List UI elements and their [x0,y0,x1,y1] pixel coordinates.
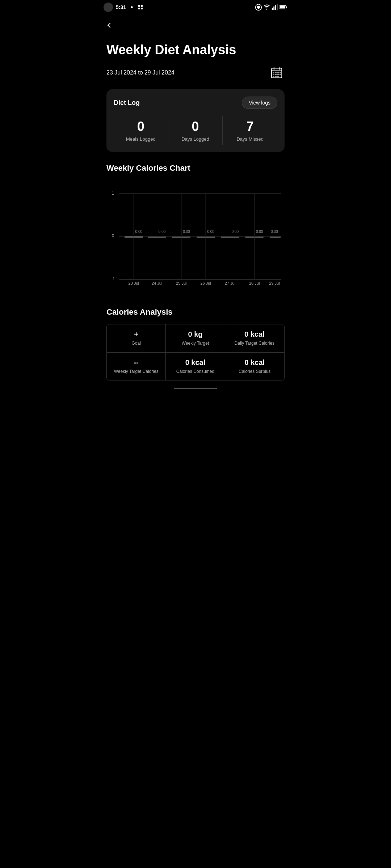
svg-rect-19 [273,72,274,73]
circle-icon [255,4,262,11]
svg-rect-3 [138,8,140,9]
days-logged-stat: 0 Days Logged [168,116,223,145]
svg-text:0.00: 0.00 [159,230,166,234]
svg-rect-14 [280,6,285,8]
calories-surplus-value: 0 kcal [245,358,265,367]
calendar-icon [271,67,282,78]
svg-rect-56 [270,237,281,238]
svg-rect-1 [138,5,140,7]
svg-rect-24 [275,74,277,76]
date-range-row: 23 Jul 2024 to 29 Jul 2024 [106,65,285,81]
goal-item: + Goal [107,324,166,352]
days-missed-stat: 7 Days Missed [223,116,277,145]
days-missed-value: 7 [247,119,254,134]
svg-rect-29 [277,76,279,77]
back-arrow-icon [108,23,113,28]
calories-chart-section: Weekly Calories Chart 1 0 -1 0.00 23 Jul… [106,163,285,296]
goal-value: + [134,330,138,339]
svg-rect-25 [277,74,279,76]
wifi-icon [264,4,270,10]
svg-point-0 [131,6,133,8]
page-title: Weekly Diet Analysis [106,42,285,58]
svg-rect-4 [141,8,143,9]
calories-consumed-item: 0 kcal Calories Consumed [166,352,225,380]
diet-log-title: Diet Log [114,99,140,107]
weekly-target-value: 0 kg [188,330,202,339]
weekly-target-label: Weekly Target [182,341,209,346]
status-time: 5:31 [116,4,126,10]
svg-text:23 Jul: 23 Jul [129,281,139,285]
svg-text:0.00: 0.00 [207,230,214,234]
notification-icon [129,4,135,10]
analysis-grid: + Goal 0 kg Weekly Target 0 kcal Daily T… [106,324,285,380]
diet-log-card: Diet Log View logs 0 Meals Logged 0 Days… [106,89,285,152]
chart-svg: 1 0 -1 0.00 23 Jul 0.00 24 Jul 0.00 [106,180,285,289]
svg-rect-11 [277,4,278,10]
calories-surplus-item: 0 kcal Calories Surplus [225,352,284,380]
days-logged-label: Days Logged [181,136,209,142]
back-button[interactable] [104,19,117,32]
settings-icon [138,4,143,10]
svg-text:0.00: 0.00 [271,230,278,234]
svg-text:28 Jul: 28 Jul [249,281,260,285]
view-logs-button[interactable]: View logs [242,97,277,109]
svg-rect-20 [275,72,277,73]
svg-rect-23 [273,74,274,76]
svg-text:26 Jul: 26 Jul [200,281,211,285]
weekly-target-calories-item: -- Weekly Target Calories [107,352,166,380]
weekly-target-cal-value: -- [134,358,139,367]
bottom-nav-indicator [174,388,217,389]
svg-rect-26 [279,74,281,76]
calories-chart-title: Weekly Calories Chart [106,163,285,173]
stats-grid: 0 Meals Logged 0 Days Logged 7 Days Miss… [114,116,277,145]
status-bar-left: 5:31 [104,3,143,12]
calendar-button[interactable] [269,65,285,81]
svg-rect-10 [275,5,276,10]
svg-rect-21 [277,72,279,73]
status-bar-right [255,4,287,11]
svg-text:24 Jul: 24 Jul [152,281,162,285]
card-header: Diet Log View logs [114,97,277,109]
meals-logged-stat: 0 Meals Logged [114,116,168,145]
svg-text:0.00: 0.00 [256,230,263,234]
status-bar: 5:31 [98,0,293,14]
svg-text:27 Jul: 27 Jul [225,281,235,285]
calories-consumed-label: Calories Consumed [176,369,214,375]
svg-rect-13 [286,7,287,8]
weekly-target-item: 0 kg Weekly Target [166,324,225,352]
svg-text:1: 1 [112,191,114,196]
days-missed-label: Days Missed [236,136,263,142]
svg-text:0.00: 0.00 [232,230,239,234]
meals-logged-label: Meals Logged [126,136,156,142]
svg-rect-2 [141,5,143,7]
meals-logged-value: 0 [137,119,144,134]
svg-text:-1: -1 [111,276,115,281]
svg-rect-8 [272,8,273,10]
nav-bar [98,14,293,36]
goal-label: Goal [131,341,140,346]
svg-rect-22 [279,72,281,73]
page-content: Weekly Diet Analysis 23 Jul 2024 to 29 J… [98,36,293,398]
daily-target-calories-item: 0 kcal Daily Target Calories [225,324,284,352]
svg-rect-27 [273,76,274,77]
svg-text:29 Jul: 29 Jul [269,281,279,285]
svg-rect-9 [273,7,274,10]
days-logged-value: 0 [192,119,199,134]
chart-area: 1 0 -1 0.00 23 Jul 0.00 24 Jul 0.00 [106,180,285,296]
calories-analysis-section: Calories Analysis + Goal 0 kg Weekly Tar… [106,307,285,380]
daily-target-value: 0 kcal [244,330,265,339]
svg-text:0: 0 [112,233,114,238]
calories-analysis-title: Calories Analysis [106,307,285,317]
date-range-text: 23 Jul 2024 to 29 Jul 2024 [106,69,175,76]
svg-rect-28 [275,76,277,77]
calories-consumed-value: 0 kcal [185,358,206,367]
daily-target-label: Daily Target Calories [235,341,275,346]
svg-point-6 [257,6,260,9]
svg-text:0.00: 0.00 [135,230,143,234]
svg-point-7 [266,9,267,10]
svg-text:0.00: 0.00 [183,230,190,234]
battery-icon [279,5,287,10]
weekly-target-cal-label: Weekly Target Calories [114,369,159,375]
svg-text:25 Jul: 25 Jul [176,281,186,285]
signal-icon [272,4,278,10]
